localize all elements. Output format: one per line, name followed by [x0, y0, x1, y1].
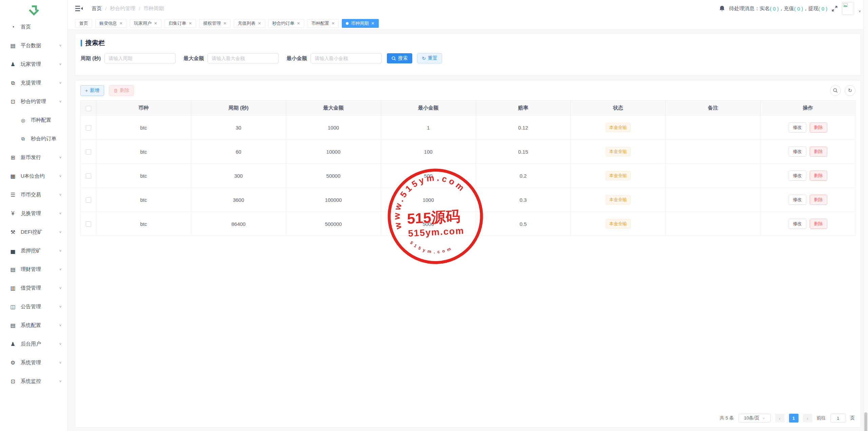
- sidebar-item-label: 玩家管理: [21, 61, 41, 67]
- broken-image-icon: [843, 3, 848, 8]
- row-select-cell: [81, 188, 96, 212]
- sidebar-item-spot-trade[interactable]: ☰币币交易∨: [0, 185, 67, 204]
- tab-item[interactable]: 归集订单✕: [164, 19, 196, 28]
- row-checkbox[interactable]: [86, 173, 91, 179]
- edit-button[interactable]: 修改: [789, 219, 806, 229]
- select-all-checkbox[interactable]: [86, 106, 91, 111]
- sidebar-item-exchange-manage[interactable]: ¥兑换管理∨: [0, 204, 67, 223]
- sidebar-item-admin-users[interactable]: ♟后台用户∨: [0, 335, 67, 353]
- breadcrumb-home[interactable]: 首页: [92, 5, 102, 12]
- sidebar-item-coin-config[interactable]: ◎币种配置: [0, 111, 67, 130]
- close-icon[interactable]: ✕: [189, 21, 192, 26]
- tab-item[interactable]: 账变信息✕: [95, 19, 127, 28]
- sidebar-item-seconds-orders[interactable]: ⧉秒合约订单: [0, 130, 67, 148]
- new-coin-issue-icon: ⊞: [9, 154, 16, 161]
- sidebar-item-label: 币种配置: [31, 117, 51, 123]
- close-icon[interactable]: ✕: [223, 21, 226, 26]
- vertical-scrollbar[interactable]: [863, 0, 868, 431]
- admin-users-icon: ♟: [9, 341, 16, 347]
- tab-item[interactable]: 授权管理✕: [199, 19, 231, 28]
- tab-item[interactable]: 币种周期✕: [342, 19, 378, 28]
- notice-segment: ( 0 ): [818, 6, 828, 12]
- table-row: btc30100010.12本金全输修改删除: [81, 116, 855, 140]
- row-checkbox[interactable]: [86, 197, 91, 203]
- chevron-down-icon: ∨: [59, 305, 62, 309]
- remark-cell: [666, 212, 761, 236]
- sidebar-item-staking-mining[interactable]: ▅质押挖矿∨: [0, 241, 67, 260]
- close-icon[interactable]: ✕: [154, 21, 157, 26]
- edit-button[interactable]: 修改: [789, 195, 806, 205]
- chevron-down-icon: ∨: [59, 324, 62, 327]
- sidebar-item-finance-manage[interactable]: ▤理财管理∨: [0, 260, 67, 279]
- edit-button[interactable]: 修改: [789, 122, 806, 133]
- sidebar-item-dashboard[interactable]: ◔首页: [0, 18, 67, 36]
- sidebar-item-seconds-contract[interactable]: ⊡秒合约管理∨: [0, 92, 67, 111]
- scrollbar-thumb[interactable]: [864, 412, 867, 431]
- sidebar-item-announcement[interactable]: ◫公告管理∨: [0, 297, 67, 316]
- column-header: 状态: [571, 101, 666, 116]
- max-amount-input[interactable]: [208, 53, 279, 63]
- table-cell: btc: [96, 116, 191, 140]
- sidebar-collapse-icon[interactable]: [75, 5, 83, 12]
- goto-page-input[interactable]: [830, 414, 846, 423]
- row-checkbox[interactable]: [86, 149, 91, 155]
- reset-button[interactable]: ↻ 重置: [417, 53, 442, 63]
- close-icon[interactable]: ✕: [258, 21, 261, 26]
- page-size-select[interactable]: 10条/页 ∨: [738, 414, 771, 423]
- table-cell: 500000: [286, 212, 381, 236]
- close-icon[interactable]: ✕: [297, 21, 300, 26]
- edit-button[interactable]: 修改: [789, 146, 806, 157]
- close-icon[interactable]: ✕: [119, 21, 123, 26]
- row-checkbox[interactable]: [86, 125, 91, 131]
- edit-button[interactable]: 修改: [789, 171, 806, 181]
- avatar[interactable]: [842, 2, 854, 15]
- table-cell: btc: [96, 140, 191, 164]
- chevron-down-icon: ∨: [59, 44, 62, 47]
- add-button[interactable]: + 新增: [80, 85, 104, 96]
- table-cell: btc: [96, 212, 191, 236]
- prev-page-button[interactable]: ‹: [775, 414, 785, 423]
- close-icon[interactable]: ✕: [331, 21, 335, 26]
- delete-button[interactable]: 删除: [810, 146, 827, 157]
- exchange-manage-icon: ¥: [9, 211, 16, 217]
- tab-item[interactable]: 玩家用户✕: [130, 19, 161, 28]
- sidebar-item-system-monitor[interactable]: ⊡系统监控∨: [0, 372, 67, 391]
- next-page-button[interactable]: ›: [803, 414, 812, 423]
- sidebar-item-recharge-withdraw[interactable]: ⧉充提管理∨: [0, 74, 67, 92]
- breadcrumb-item: 币种周期: [143, 5, 164, 12]
- batch-delete-button[interactable]: 删除: [109, 85, 134, 96]
- search-button[interactable]: 搜索: [387, 53, 412, 63]
- select-all-header-cell: [81, 101, 96, 116]
- delete-button[interactable]: 删除: [810, 195, 827, 205]
- delete-button[interactable]: 删除: [810, 171, 827, 181]
- min-amount-input[interactable]: [311, 53, 382, 63]
- table-cell: 1: [381, 116, 476, 140]
- notice-segment: ( 0 ): [794, 6, 803, 12]
- tab-item[interactable]: 充值列表✕: [234, 19, 265, 28]
- delete-button[interactable]: 删除: [810, 122, 827, 133]
- sidebar-item-system-manage[interactable]: ⚙系统管理∨: [0, 353, 67, 372]
- sidebar-item-system-config[interactable]: ▤系统配置∨: [0, 316, 67, 335]
- sidebar-item-defi-mining[interactable]: ⚒DEFI挖矿∨: [0, 223, 67, 241]
- current-page-button[interactable]: 1: [789, 414, 798, 423]
- user-menu-caret-icon[interactable]: ∨: [858, 9, 861, 13]
- sidebar-item-platform-data[interactable]: ▤平台数据∨: [0, 36, 67, 55]
- refresh-button[interactable]: ↻: [845, 85, 855, 96]
- sidebar-item-player-manage[interactable]: ♟玩家管理∨: [0, 55, 67, 74]
- toggle-search-button[interactable]: [830, 85, 841, 96]
- period-input[interactable]: [104, 53, 176, 63]
- fullscreen-icon[interactable]: [831, 5, 838, 12]
- sidebar-item-lending-manage[interactable]: ▥借贷管理∨: [0, 279, 67, 297]
- sidebar-item-label: 首页: [21, 24, 31, 30]
- tab-item[interactable]: 首页: [75, 19, 92, 28]
- bell-icon[interactable]: [719, 5, 725, 12]
- tab-label: 充值列表: [238, 20, 255, 26]
- finance-manage-icon: ▤: [9, 266, 16, 273]
- sidebar-item-new-coin-issue[interactable]: ⊞新币发行∨: [0, 148, 67, 167]
- row-checkbox[interactable]: [86, 221, 91, 227]
- close-icon[interactable]: ✕: [371, 21, 374, 26]
- sidebar-item-u-contract[interactable]: ▦U本位合约∨: [0, 167, 67, 185]
- tab-item[interactable]: 秒合约订单✕: [268, 19, 304, 28]
- delete-button[interactable]: 删除: [810, 219, 827, 229]
- tab-item[interactable]: 币种配置✕: [307, 19, 339, 28]
